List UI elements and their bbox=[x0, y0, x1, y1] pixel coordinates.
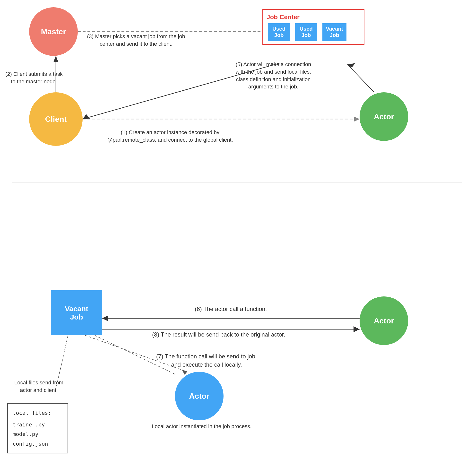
step5-label: (5) Actor will make a connectionwith the… bbox=[206, 61, 340, 91]
step3-label: (3) Master picks a vacant job from the j… bbox=[85, 33, 187, 48]
local-file-1: traine .py bbox=[13, 420, 63, 430]
step1-label: (1) Create an actor instance decorated b… bbox=[85, 129, 255, 144]
local-file-3: config.json bbox=[13, 439, 63, 449]
used-job-1: UsedJob bbox=[268, 23, 290, 41]
local-file-2: model.py bbox=[13, 429, 63, 439]
vacant-job-top: VacantJob bbox=[322, 23, 346, 41]
client-node: Client bbox=[29, 92, 83, 146]
actor-bottom-node: Actor bbox=[175, 372, 223, 420]
used-job-2: UsedJob bbox=[295, 23, 317, 41]
svg-marker-2 bbox=[83, 114, 90, 119]
step6-label: (6) The actor call a function. bbox=[146, 305, 316, 313]
local-files-box: local files: traine .py model.py config.… bbox=[7, 403, 68, 453]
svg-marker-10 bbox=[102, 315, 108, 321]
local-files-title: local files: bbox=[13, 408, 63, 418]
step7-label: (7) The function call will be send to jo… bbox=[121, 352, 291, 369]
svg-line-7 bbox=[347, 64, 374, 92]
actor-right-node: Actor bbox=[360, 296, 408, 345]
step2-label: (2) Client submits a task to the master … bbox=[2, 70, 66, 85]
diagram-container: Master Client Actor Job Center UsedJob U… bbox=[0, 0, 475, 476]
step8-label: (8) The result will be send back to the … bbox=[121, 330, 316, 339]
vacant-job-bottom: VacantJob bbox=[51, 290, 102, 335]
job-center-title: Job Center bbox=[267, 13, 360, 21]
local-actor-label: Local actor instantiated in the job proc… bbox=[141, 423, 262, 430]
master-node: Master bbox=[29, 7, 78, 56]
svg-marker-4 bbox=[53, 56, 58, 62]
section-divider bbox=[12, 182, 462, 183]
local-files-send-label: Local files send fromactor and client. bbox=[7, 379, 70, 394]
svg-marker-6 bbox=[354, 117, 360, 121]
svg-marker-15 bbox=[182, 369, 187, 375]
svg-marker-12 bbox=[354, 326, 360, 332]
svg-marker-8 bbox=[347, 63, 355, 68]
job-center-box: Job Center UsedJob UsedJob VacantJob bbox=[262, 9, 364, 45]
actor-top-node: Actor bbox=[360, 92, 408, 141]
